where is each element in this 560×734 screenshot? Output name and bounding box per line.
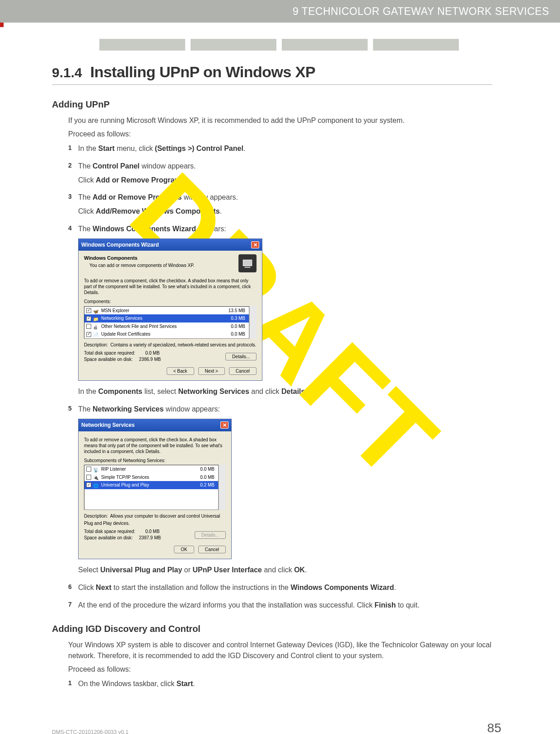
dialog-titlebar: Windows Components Wizard ✕ [79,239,262,251]
cert-icon: 📄 [93,332,99,337]
scrollbar[interactable] [219,465,226,510]
list-item-selected[interactable]: ✓ 📁 Networking Services 0.3 MB [84,314,249,323]
network-icon: 📁 [93,316,99,321]
step-1: In the Start menu, click (Settings >) Co… [78,143,492,154]
decorative-tab [282,39,368,51]
page-number: 85 [487,721,501,734]
igd-intro-1: Your Windows XP system is able to discov… [68,640,492,661]
components-label: Components: [84,298,257,305]
svg-rect-2 [245,267,251,268]
disk-stats: Total disk space required: 0.0 MB Space … [84,528,161,541]
list-item[interactable]: ✓ 🦋 MSN Explorer 13.5 MB [84,307,249,315]
svg-rect-1 [243,260,252,266]
item-size: 0.0 MB [189,466,216,473]
step-number: 2 [68,161,78,169]
step-number: 1 [68,678,78,687]
dialog-title: Windows Components Wizard [81,241,159,249]
header-band: 9 TECHNICOLOR GATEWAY NETWORK SERVICES [0,0,560,23]
dialog-subheading: You can add or remove components of Wind… [84,262,235,269]
disk-stats: Total disk space required: 0.0 MB Space … [84,350,161,363]
windows-components-wizard-dialog: Windows Components Wizard ✕ Windows Comp… [78,238,262,381]
section-header: 9.1.4 Installing UPnP on Windows XP [52,63,492,85]
intro-text: If you are running Microsoft Windows XP,… [68,115,492,140]
tcpip-icon: 🔌 [93,474,99,480]
item-name: Networking Services [101,315,220,322]
subcomponents-label: Subcomponents of Networking Services: [84,457,226,464]
checkbox-icon[interactable] [86,475,91,480]
step-number: 4 [68,224,78,232]
step-5: The Networking Services window appears: … [78,404,492,576]
print-icon: 🖨 [93,324,99,329]
dialog-title: Networking Services [81,421,135,430]
item-name: Universal Plug and Play [101,482,189,489]
steps-list: 1 In the Start menu, click (Settings >) … [68,143,492,611]
close-icon[interactable]: ✕ [251,241,259,248]
cancel-button[interactable]: Cancel [229,367,257,375]
list-item[interactable]: ✓ 📄 Update Root Certificates 0.0 MB [84,330,249,338]
doc-id: DMS-CTC-20101206-0033 v0.1 [52,729,128,734]
checkbox-icon[interactable]: ✓ [86,332,91,337]
decorative-tab [99,39,185,51]
step-number: 6 [68,582,78,590]
igd-steps-list: 1 On the Windows taskbar, click Start. [68,678,492,690]
item-name: Simple TCP/IP Services [101,474,189,481]
step-number: 3 [68,192,78,200]
item-size: 0.0 MB [220,323,247,330]
close-icon[interactable]: ✕ [220,421,229,429]
list-item-selected[interactable]: ✓ 🌐 Universal Plug and Play 0.2 MB [84,481,218,489]
components-listbox[interactable]: ✓ 🦋 MSN Explorer 13.5 MB ✓ 📁 Networking [84,306,249,339]
step-2: The Control Panel window appears. Click … [78,161,492,186]
dialog-instructions: To add or remove a component, click the … [84,278,257,295]
cancel-button[interactable]: Cancel [198,546,226,553]
dialog-instructions: To add or remove a component, click the … [84,437,226,454]
checkbox-icon[interactable]: ✓ [86,482,91,487]
checkbox-icon[interactable] [86,467,91,472]
list-item[interactable]: 🔌 Simple TCP/IP Services 0.0 MB [84,473,218,482]
back-button[interactable]: < Back [167,367,194,375]
item-size: 13.5 MB [220,307,247,314]
intro-line-2: Proceed as follows: [68,129,492,140]
step-number: 7 [68,600,78,608]
networking-services-dialog: Networking Services ✕ To add or remove a… [78,419,232,559]
step-4: The Windows Components Wizard appears: W… [78,224,492,397]
item-name: Update Root Certificates [101,331,220,338]
igd-intro: Your Windows XP system is able to discov… [68,640,492,675]
list-item[interactable]: 🖨 Other Network File and Print Services … [84,323,249,331]
item-size: 0.0 MB [189,474,216,481]
decorative-tab [191,39,276,51]
scrollbar[interactable] [249,306,257,339]
checkbox-icon[interactable]: ✓ [86,316,91,321]
dialog-titlebar: Networking Services ✕ [79,419,231,431]
step-6: Click Next to start the installation and… [78,582,492,594]
step-3: The Add or Remove Programs window appear… [78,192,492,217]
subcomponents-listbox[interactable]: 📡 RIP Listener 0.0 MB 🔌 Simple TCP/IP Se… [84,465,219,510]
upnp-icon: 🌐 [93,482,99,488]
details-button: Details... [195,531,226,539]
details-button[interactable]: Details... [225,353,257,360]
tab-strip [0,39,560,51]
step-number: 1 [68,143,78,151]
step-7: At the end of the procedure the wizard i… [78,600,492,611]
ok-button[interactable]: OK [174,546,194,553]
description-row: Description: Allows your computer to dis… [84,513,226,527]
igd-step-1: On the Windows taskbar, click Start. [78,678,492,690]
chapter-label: 9 TECHNICOLOR GATEWAY NETWORK SERVICES [293,5,549,18]
item-name: RIP Listener [101,466,189,473]
subheading-adding-igd: Adding IGD Discovery and Control [52,624,492,634]
next-button[interactable]: Next > [198,367,225,375]
dialog-heading: Windows Components [84,254,235,262]
item-size: 0.2 MB [189,482,216,489]
list-item[interactable]: 📡 RIP Listener 0.0 MB [84,465,218,473]
step-number: 5 [68,404,78,412]
description-row: Description: Contains a variety of speci… [84,341,257,349]
item-name: MSN Explorer [101,307,220,314]
section-number: 9.1.4 [52,65,82,80]
igd-intro-2: Proceed as follows: [68,664,492,675]
page-footer: DMS-CTC-20101206-0033 v0.1 85 [0,721,560,734]
subheading-adding-upnp: Adding UPnP [52,99,492,110]
checkbox-icon[interactable]: ✓ [86,308,91,313]
item-size: 0.0 MB [220,331,247,338]
intro-line-1: If you are running Microsoft Windows XP,… [68,115,492,126]
components-icon [238,254,257,272]
checkbox-icon[interactable] [86,324,91,329]
